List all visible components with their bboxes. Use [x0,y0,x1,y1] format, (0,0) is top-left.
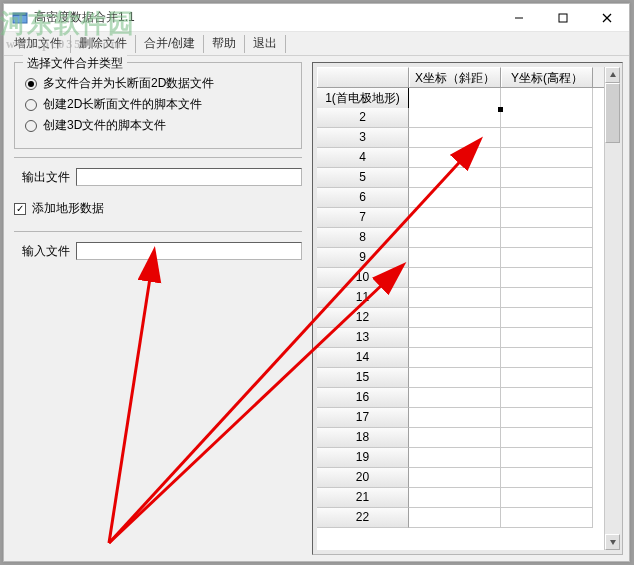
row-header[interactable]: 20 [317,468,409,488]
scroll-thumb[interactable] [605,83,620,143]
table-row[interactable]: 10 [317,268,604,288]
table-row[interactable]: 20 [317,468,604,488]
col-header-y[interactable]: Y坐标(高程） [501,67,593,87]
cell-x[interactable] [409,268,501,288]
row-header[interactable]: 5 [317,168,409,188]
table-row[interactable]: 4 [317,148,604,168]
table-row[interactable]: 17 [317,408,604,428]
cell-x[interactable] [409,288,501,308]
row-header[interactable]: 4 [317,148,409,168]
cell-y[interactable] [501,228,593,248]
close-button[interactable] [585,4,629,32]
row-header[interactable]: 6 [317,188,409,208]
cell-y[interactable] [501,328,593,348]
row-header[interactable]: 17 [317,408,409,428]
cell-y[interactable] [501,368,593,388]
cell-x[interactable] [409,428,501,448]
cell-x[interactable] [409,148,501,168]
toolbar-add-file[interactable]: 增加文件 [8,33,68,54]
maximize-button[interactable] [541,4,585,32]
table-row[interactable]: 14 [317,348,604,368]
table-row[interactable]: 19 [317,448,604,468]
toolbar-exit[interactable]: 退出 [247,33,283,54]
input-file-input[interactable] [76,242,302,260]
cell-y[interactable] [501,208,593,228]
cell-x[interactable] [409,468,501,488]
cell-x[interactable] [409,248,501,268]
table-row[interactable]: 7 [317,208,604,228]
radio-option-script-2d[interactable]: 创建2D长断面文件的脚本文件 [25,96,291,113]
col-header-row[interactable] [317,67,409,87]
table-row[interactable]: 21 [317,488,604,508]
cell-x[interactable] [409,308,501,328]
cell-x[interactable] [409,448,501,468]
table-row[interactable]: 2 [317,108,604,128]
cell-x[interactable] [409,188,501,208]
row-header[interactable]: 10 [317,268,409,288]
row-header[interactable]: 11 [317,288,409,308]
output-file-input[interactable] [76,168,302,186]
table-row[interactable]: 12 [317,308,604,328]
cell-y[interactable] [501,128,593,148]
table-row[interactable]: 15 [317,368,604,388]
cell-x[interactable] [409,508,501,528]
row-header[interactable]: 21 [317,488,409,508]
table-row[interactable]: 8 [317,228,604,248]
row-header[interactable]: 9 [317,248,409,268]
table-row[interactable]: 16 [317,388,604,408]
row-header[interactable]: 22 [317,508,409,528]
cell-y[interactable] [501,248,593,268]
minimize-button[interactable] [497,4,541,32]
row-header[interactable]: 16 [317,388,409,408]
cell-y[interactable] [501,308,593,328]
cell-x[interactable] [409,388,501,408]
row-header[interactable]: 13 [317,328,409,348]
scroll-down-button[interactable] [605,534,620,550]
add-terrain-check[interactable]: 添加地形数据 [14,200,302,217]
cell-y[interactable] [501,148,593,168]
cell-y[interactable] [501,288,593,308]
col-header-x[interactable]: X坐标（斜距） [409,67,501,87]
cell-y[interactable] [501,448,593,468]
table-row[interactable]: 22 [317,508,604,528]
table-body[interactable]: 1(首电极地形)23456789101112131415161718192021… [317,88,604,550]
cell-y[interactable] [501,168,593,188]
cell-x[interactable] [409,488,501,508]
cell-y[interactable] [501,508,593,528]
cell-y[interactable] [501,408,593,428]
scroll-up-button[interactable] [605,67,620,83]
scroll-track[interactable] [605,83,620,534]
row-header[interactable]: 2 [317,108,409,128]
row-header[interactable]: 18 [317,428,409,448]
cell-y[interactable] [501,188,593,208]
table-row[interactable]: 1(首电极地形) [317,88,604,108]
cell-x[interactable] [409,108,501,128]
cell-y[interactable] [501,428,593,448]
cell-x[interactable] [409,128,501,148]
cell-x[interactable] [409,228,501,248]
cell-x[interactable] [409,88,501,110]
table-row[interactable]: 9 [317,248,604,268]
table-row[interactable]: 11 [317,288,604,308]
table-row[interactable]: 6 [317,188,604,208]
row-header[interactable]: 8 [317,228,409,248]
cell-y[interactable] [501,108,593,128]
row-header[interactable]: 14 [317,348,409,368]
toolbar-help[interactable]: 帮助 [206,33,242,54]
cell-x[interactable] [409,368,501,388]
row-header[interactable]: 19 [317,448,409,468]
toolbar-remove-file[interactable]: 删除文件 [73,33,133,54]
cell-x[interactable] [409,208,501,228]
cell-x[interactable] [409,348,501,368]
cell-x[interactable] [409,168,501,188]
cell-x[interactable] [409,328,501,348]
cell-y[interactable] [501,488,593,508]
table-row[interactable]: 18 [317,428,604,448]
row-header[interactable]: 1(首电极地形) [317,88,409,110]
cell-y[interactable] [501,388,593,408]
selection-handle[interactable] [498,107,503,112]
toolbar-merge-create[interactable]: 合并/创建 [138,33,201,54]
row-header[interactable]: 3 [317,128,409,148]
table-row[interactable]: 5 [317,168,604,188]
cell-x[interactable] [409,408,501,428]
